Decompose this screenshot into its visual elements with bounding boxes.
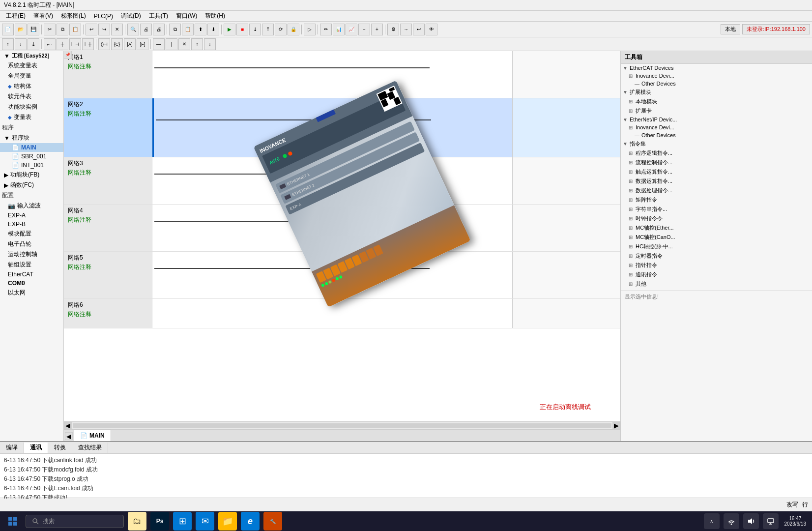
coil4-btn[interactable]: [F] — [137, 38, 148, 50]
paste-btn[interactable]: 📋 — [69, 24, 81, 35]
tree-mc-cano[interactable]: ⊞ MC轴控(CanO... — [621, 233, 812, 242]
scroll-right-btn[interactable]: ▶ — [612, 422, 620, 430]
tray-network[interactable] — [724, 513, 739, 529]
tab-back-btn[interactable]: ◀ — [65, 432, 73, 440]
tree-ethercat-devices[interactable]: ▼ EtherCAT Devices — [621, 64, 812, 72]
tree-prog-logic[interactable]: ⊞ 程序逻辑指令... — [621, 148, 812, 158]
sidebar-axis-group[interactable]: 轴组设置 — [0, 260, 63, 270]
stop-btn[interactable]: ■ — [236, 24, 248, 35]
save-btn[interactable]: 💾 — [28, 24, 39, 35]
lock-btn[interactable]: 🔒 — [288, 24, 299, 35]
taskbar-app-plcsoft[interactable]: 🔧 — [263, 512, 282, 531]
dl-btn[interactable]: ⤓ — [249, 24, 261, 35]
open-btn[interactable]: 📂 — [15, 24, 27, 35]
tree-inovance-dev[interactable]: ⊞ Inovance Devi... — [621, 72, 812, 80]
sidebar-program-block[interactable]: ▼ 程序块 — [0, 133, 63, 143]
coil2-btn[interactable]: {C} — [111, 38, 123, 50]
cross-btn[interactable]: ✕ — [178, 38, 190, 50]
tree-expand-card[interactable]: ⊞ 扩展卡 — [621, 106, 812, 116]
connect-btn[interactable]: → — [400, 24, 412, 35]
network-area[interactable]: 网络1 网络注释 网络2 网络注释 — [64, 51, 620, 421]
tree-other-devices2[interactable]: — Other Devices — [621, 131, 812, 139]
play2-btn[interactable]: ▷ — [304, 24, 316, 35]
delete-btn[interactable]: ✕ — [111, 24, 123, 35]
sidebar-com0[interactable]: COM0 — [0, 279, 63, 288]
sidebar-func-fc[interactable]: ▶ 函数(FC) — [0, 180, 63, 190]
contact-no-btn[interactable]: ⌐¬ — [44, 38, 56, 50]
tree-other-devices1[interactable]: — Other Devices — [621, 80, 812, 88]
log-tab-comm[interactable]: 通讯 — [24, 442, 48, 453]
tree-hc-axis[interactable]: ⊞ HC轴控(脉·中... — [621, 242, 812, 251]
sidebar-func-instances[interactable]: 功能块实例 — [0, 102, 63, 112]
tree-command-set[interactable]: ▼ 指令集 — [621, 139, 812, 148]
redo-btn[interactable]: ↪ — [98, 24, 110, 35]
sidebar-var-table[interactable]: ◆ 变量表 — [0, 112, 63, 122]
tray-chevron[interactable]: ∧ — [704, 513, 720, 529]
sidebar-ethercat[interactable]: EtherCAT — [0, 270, 63, 279]
copy-btn[interactable]: ⧉ — [57, 24, 68, 35]
tree-expand-module[interactable]: ▼ 扩展模块 — [621, 88, 812, 97]
tree-matrix[interactable]: ⊞ 矩阵指令 — [621, 195, 812, 205]
menu-file[interactable]: 工程(E) — [2, 11, 29, 21]
undo-btn[interactable]: ↩ — [86, 24, 97, 35]
taskbar-search[interactable]: 搜索 — [26, 515, 124, 528]
monitor-btn[interactable]: 📊 — [333, 24, 345, 35]
tree-timer[interactable]: ⊞ 定时器指令 — [621, 251, 812, 261]
contact4-btn[interactable]: ⊢╪ — [82, 38, 94, 50]
sidebar-input-filter[interactable]: 📷 输入滤波 — [0, 201, 63, 211]
remote-status-btn[interactable]: 未登录:IP:192.168.1.100 — [742, 24, 810, 34]
plus-btn[interactable]: + — [371, 24, 383, 35]
log-tab-find[interactable]: 查找结果 — [72, 442, 108, 453]
sidebar-motion-ctrl[interactable]: 运动控制轴 — [0, 249, 63, 260]
tree-inovance-dev2[interactable]: ⊞ Inovance Devi... — [621, 123, 812, 131]
minus-btn[interactable]: − — [358, 24, 370, 35]
editor-hscroll[interactable]: ◀ ▶ — [64, 421, 620, 429]
print-btn[interactable]: 🖨 — [140, 24, 152, 35]
tree-other[interactable]: ⊞ 其他 — [621, 279, 812, 289]
sidebar-global-vars[interactable]: 全局变量 — [0, 71, 63, 81]
menu-tools[interactable]: 工具(T) — [145, 11, 172, 21]
edit-btn[interactable]: ✏ — [320, 24, 332, 35]
taskbar-app-store[interactable]: ⊞ — [173, 512, 192, 531]
cut-btn[interactable]: ✂ — [44, 24, 56, 35]
upload-btn[interactable]: ⬆ — [195, 24, 206, 35]
config-btn[interactable]: ⚙ — [387, 24, 399, 35]
tree-flow-ctrl[interactable]: ⊞ 流程控制指令... — [621, 158, 812, 167]
ul-btn[interactable]: ⤒ — [262, 24, 274, 35]
arrow-up-btn[interactable]: ↑ — [191, 38, 203, 50]
paste2-btn[interactable]: 📋 — [182, 24, 194, 35]
sidebar-system-vars[interactable]: 系统变量表 — [0, 60, 63, 71]
tree-data-proc[interactable]: ⊞ 数据处理指令... — [621, 186, 812, 195]
sidebar-structure[interactable]: ◆ 结构体 — [0, 81, 63, 91]
ladder-down2-btn[interactable]: ⤓ — [28, 38, 39, 50]
tree-string[interactable]: ⊞ 字符串指令... — [621, 205, 812, 214]
menu-help[interactable]: 帮助(H) — [201, 11, 229, 21]
tree-mc-ether[interactable]: ⊞ MC轴控(Ether... — [621, 223, 812, 233]
sidebar-soft-elements[interactable]: 软元件表 — [0, 91, 63, 102]
contact3-btn[interactable]: ⊢⊣ — [69, 38, 81, 50]
tree-ethernet-ip[interactable]: ▼ EtherNet/IP Devic... — [621, 116, 812, 123]
copy2-btn[interactable]: ⧉ — [169, 24, 181, 35]
taskbar-app-edge[interactable]: e — [241, 512, 260, 531]
scroll-track[interactable] — [73, 423, 611, 428]
sidebar-ethernet[interactable]: 以太网 — [0, 288, 63, 298]
ladder-down-btn[interactable]: ↓ — [15, 38, 27, 50]
new-btn[interactable]: 📄 — [2, 24, 14, 35]
search-btn[interactable]: 🔍 — [127, 24, 139, 35]
log-tab-compile[interactable]: 编译 — [0, 442, 24, 453]
menu-diagram[interactable]: 梯形图(L) — [57, 11, 90, 21]
start-button[interactable] — [4, 512, 22, 530]
taskbar-app-folder[interactable]: 📁 — [218, 512, 237, 531]
tray-volume[interactable] — [743, 513, 759, 529]
tray-monitor[interactable] — [763, 513, 779, 529]
sidebar-exp-a[interactable]: EXP-A — [0, 211, 63, 220]
sidebar-exp-b[interactable]: EXP-B — [0, 220, 63, 229]
vline-btn[interactable]: | — [166, 38, 177, 50]
local-btn[interactable]: 本地 — [721, 24, 740, 34]
scroll-left-btn[interactable]: ◀ — [64, 422, 72, 430]
view-btn[interactable]: 👁 — [426, 24, 437, 35]
contact-nc-btn[interactable]: ╪ — [57, 38, 68, 50]
coil-btn[interactable]: ()⊣ — [98, 38, 110, 50]
sidebar-main[interactable]: 📄 MAIN — [0, 143, 63, 152]
download-btn[interactable]: ⬇ — [207, 24, 219, 35]
